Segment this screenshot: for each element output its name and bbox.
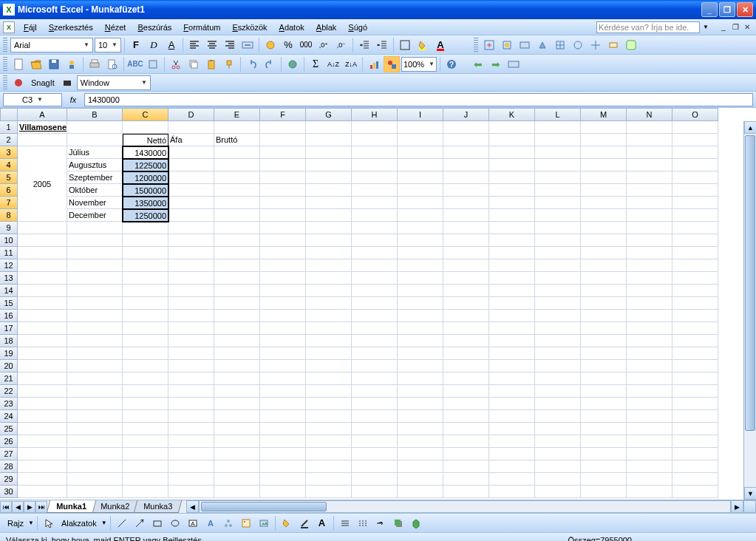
row-header-13[interactable]: 13 bbox=[0, 272, 18, 285]
cell-D22[interactable] bbox=[168, 385, 214, 398]
cell-L9[interactable] bbox=[535, 222, 581, 234]
cell-G28[interactable] bbox=[306, 460, 352, 473]
cell-K30[interactable] bbox=[489, 486, 535, 498]
fill-color-draw-button[interactable] bbox=[279, 515, 295, 531]
cell-B22[interactable] bbox=[67, 385, 123, 398]
cell-N26[interactable] bbox=[627, 435, 672, 448]
cell-M12[interactable] bbox=[581, 259, 627, 272]
col-header-J[interactable]: J bbox=[443, 108, 489, 121]
toolbar-grip[interactable] bbox=[474, 38, 478, 52]
arrow-button[interactable] bbox=[132, 515, 148, 531]
cell-D30[interactable] bbox=[168, 486, 214, 498]
cell-J17[interactable] bbox=[443, 322, 489, 335]
cell-J8[interactable] bbox=[443, 209, 489, 222]
italic-button[interactable]: D bbox=[146, 37, 162, 53]
menu-súgó[interactable]: Súgó bbox=[342, 21, 373, 33]
cell-G5[interactable] bbox=[306, 171, 352, 184]
font-color-draw-button[interactable]: A bbox=[314, 515, 330, 531]
snagit-icon[interactable] bbox=[10, 75, 27, 91]
cell-F26[interactable] bbox=[260, 435, 306, 448]
cell-F6[interactable] bbox=[260, 184, 306, 197]
cell-M5[interactable] bbox=[581, 171, 627, 184]
cell-L17[interactable] bbox=[535, 322, 581, 335]
cell-F19[interactable] bbox=[260, 347, 306, 360]
cell-K20[interactable] bbox=[489, 360, 535, 372]
cell-C13[interactable] bbox=[123, 272, 168, 285]
cell-J18[interactable] bbox=[443, 335, 489, 347]
cell-L12[interactable] bbox=[535, 259, 581, 272]
cell-A3-A8-merged[interactable]: 2005 bbox=[18, 146, 67, 222]
cell-D20[interactable] bbox=[168, 360, 214, 372]
row-header-28[interactable]: 28 bbox=[0, 460, 18, 473]
cell-F25[interactable] bbox=[260, 423, 306, 435]
cell-N6[interactable] bbox=[627, 184, 672, 197]
cell-H22[interactable] bbox=[352, 385, 398, 398]
align-right-button[interactable] bbox=[222, 37, 238, 53]
name-box[interactable]: C3▼ bbox=[3, 93, 62, 106]
cell-F5[interactable] bbox=[260, 171, 306, 184]
cell-O5[interactable] bbox=[672, 171, 718, 184]
cell-F29[interactable] bbox=[260, 473, 306, 486]
cell-G17[interactable] bbox=[306, 322, 352, 335]
cell-G15[interactable] bbox=[306, 297, 352, 310]
row-header-4[interactable]: 4 bbox=[0, 159, 18, 171]
cell-B2[interactable] bbox=[67, 134, 123, 146]
cell-B21[interactable] bbox=[67, 372, 123, 385]
cell-O19[interactable] bbox=[672, 347, 718, 360]
cell-M21[interactable] bbox=[581, 372, 627, 385]
cell-J12[interactable] bbox=[443, 259, 489, 272]
cell-H8[interactable] bbox=[352, 209, 398, 222]
cell-K1[interactable] bbox=[489, 121, 535, 134]
cell-O29[interactable] bbox=[672, 473, 718, 486]
cell-D16[interactable] bbox=[168, 310, 214, 322]
cell-I26[interactable] bbox=[398, 435, 443, 448]
cell-K16[interactable] bbox=[489, 310, 535, 322]
sheet-tab-Munka1[interactable]: Munka1 bbox=[47, 500, 97, 513]
row-header-30[interactable]: 30 bbox=[0, 486, 18, 498]
cell-A27[interactable] bbox=[18, 448, 67, 460]
cell-I9[interactable] bbox=[398, 222, 443, 234]
cell-O8[interactable] bbox=[672, 209, 718, 222]
cell-A25[interactable] bbox=[18, 423, 67, 435]
cell-J16[interactable] bbox=[443, 310, 489, 322]
cell-C12[interactable] bbox=[123, 259, 168, 272]
cell-N16[interactable] bbox=[627, 310, 672, 322]
cell-J25[interactable] bbox=[443, 423, 489, 435]
cell-A13[interactable] bbox=[18, 272, 67, 285]
cell-E12[interactable] bbox=[214, 259, 260, 272]
redo-button[interactable] bbox=[262, 56, 278, 72]
cell-E29[interactable] bbox=[214, 473, 260, 486]
cell-E25[interactable] bbox=[214, 423, 260, 435]
decrease-indent-button[interactable] bbox=[356, 37, 372, 53]
borders-button[interactable] bbox=[397, 37, 413, 53]
cell-D25[interactable] bbox=[168, 423, 214, 435]
row-header-2[interactable]: 2 bbox=[0, 134, 18, 146]
cell-A9[interactable] bbox=[18, 222, 67, 234]
cell-O3[interactable] bbox=[672, 146, 718, 159]
cell-N23[interactable] bbox=[627, 398, 672, 410]
cell-M17[interactable] bbox=[581, 322, 627, 335]
cell-H14[interactable] bbox=[352, 285, 398, 297]
cell-I12[interactable] bbox=[398, 259, 443, 272]
cell-L18[interactable] bbox=[535, 335, 581, 347]
cell-M7[interactable] bbox=[581, 197, 627, 209]
row-header-11[interactable]: 11 bbox=[0, 247, 18, 259]
cell-G21[interactable] bbox=[306, 372, 352, 385]
cell-G18[interactable] bbox=[306, 335, 352, 347]
cell-E11[interactable] bbox=[214, 247, 260, 259]
cell-M4[interactable] bbox=[581, 159, 627, 171]
cell-B24[interactable] bbox=[67, 410, 123, 423]
cell-E30[interactable] bbox=[214, 486, 260, 498]
cell-F16[interactable] bbox=[260, 310, 306, 322]
draw-menu-label[interactable]: Rajz bbox=[4, 519, 27, 528]
cell-N9[interactable] bbox=[627, 222, 672, 234]
cell-K3[interactable] bbox=[489, 146, 535, 159]
cell-L7[interactable] bbox=[535, 197, 581, 209]
cell-B9[interactable] bbox=[67, 222, 123, 234]
cell-F17[interactable] bbox=[260, 322, 306, 335]
cell-D1[interactable] bbox=[168, 121, 214, 134]
cell-D26[interactable] bbox=[168, 435, 214, 448]
fill-color-button[interactable] bbox=[415, 37, 431, 53]
menu-fájl[interactable]: Fájl bbox=[18, 21, 43, 33]
cell-B13[interactable] bbox=[67, 272, 123, 285]
